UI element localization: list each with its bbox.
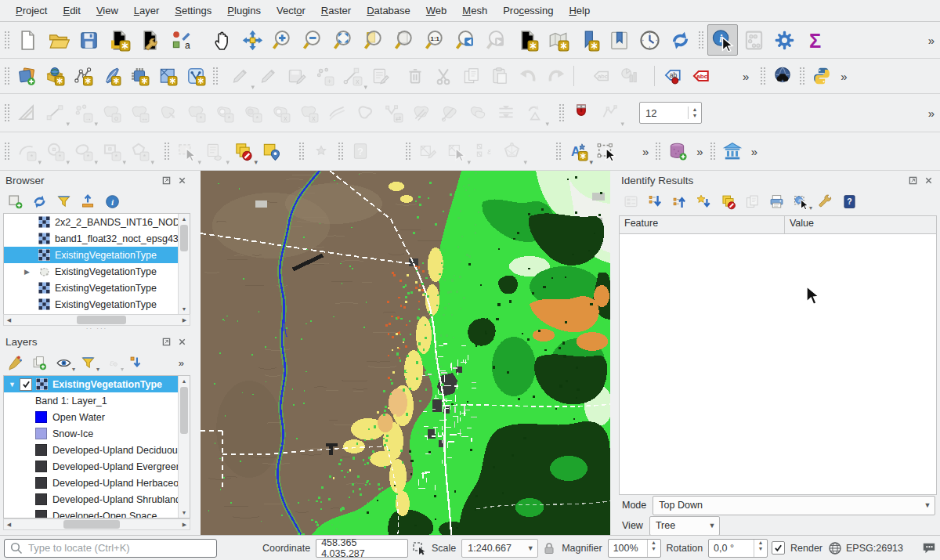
- temporal-controller-button[interactable]: [635, 25, 664, 55]
- move-feature-button[interactable]: o: [98, 99, 125, 126]
- filter-by-expression-button[interactable]: ε▾: [103, 354, 121, 373]
- pan-map-button[interactable]: [208, 25, 237, 55]
- current-edits-button[interactable]: ▾: [226, 63, 253, 89]
- labeling-options-button[interactable]: abc: [588, 63, 614, 89]
- legend-item[interactable]: Open Water: [4, 409, 190, 425]
- magnifier-spinbox[interactable]: 100% ▲▼: [608, 539, 661, 558]
- zoom-last-button[interactable]: [452, 25, 481, 55]
- toolbar-drag-handle[interactable]: [405, 142, 411, 161]
- rotation-spinbox[interactable]: 0,0 ° ▲▼: [708, 539, 768, 558]
- highlight-pinned-labels-button[interactable]: ab: [659, 63, 685, 89]
- data-source-manager-button[interactable]: [13, 63, 40, 89]
- browser-float-button[interactable]: [160, 175, 172, 186]
- toolbar-drag-handle[interactable]: [164, 142, 170, 161]
- rotate-point-symbols-button[interactable]: ▾: [521, 99, 548, 126]
- clear-results-button[interactable]: [718, 193, 737, 211]
- snapping-toggle-button[interactable]: [568, 99, 595, 126]
- zoom-to-layer-button[interactable]: [391, 25, 420, 55]
- expander-icon[interactable]: ▼: [9, 381, 18, 388]
- toolbar-drag-handle[interactable]: [212, 67, 219, 85]
- mesh-transform-button[interactable]: ε: [471, 138, 497, 164]
- menu-plugins[interactable]: Plugins: [219, 2, 269, 20]
- toolbar-overflow-button[interactable]: »: [638, 145, 653, 158]
- split-parts-button[interactable]: [408, 99, 435, 126]
- merge-features-button[interactable]: [465, 99, 491, 126]
- toolbar-drag-handle[interactable]: [698, 31, 704, 49]
- menu-view[interactable]: View: [89, 2, 126, 20]
- add-circle-button[interactable]: *▾: [42, 138, 68, 164]
- map-canvas[interactable]: [201, 171, 610, 535]
- show-statistics-button[interactable]: Σ: [801, 25, 830, 55]
- zoom-next-button[interactable]: [483, 25, 512, 55]
- browser-hscroll[interactable]: ◀▶: [3, 314, 190, 326]
- menu-web[interactable]: Web: [418, 2, 455, 20]
- locator-search-input[interactable]: Type to locate (Ctrl+K): [4, 539, 217, 558]
- add-regular-polygon-button[interactable]: *▾: [126, 138, 153, 164]
- new-mesh-layer-button[interactable]: [154, 63, 181, 89]
- toolbar-drag-handle[interactable]: [760, 67, 766, 85]
- simplify-feature-button[interactable]: *: [183, 99, 209, 126]
- expand-tree-button[interactable]: [645, 193, 664, 211]
- new-geopackage-layer-button[interactable]: [42, 63, 68, 89]
- delete-part-button[interactable]: x: [295, 99, 322, 126]
- add-ellipse-button[interactable]: *▾: [70, 138, 96, 164]
- expand-collapse-tree-button[interactable]: [127, 354, 146, 373]
- python-console-button[interactable]: [808, 63, 835, 89]
- menu-settings[interactable]: Settings: [167, 2, 219, 20]
- copy-move-feature-button[interactable]: ↔: [126, 99, 153, 126]
- annotation-select-button[interactable]: [593, 138, 620, 164]
- toolbar-overflow-button[interactable]: »: [924, 107, 938, 120]
- delete-ring-button[interactable]: x: [267, 99, 294, 126]
- topological-editing-button[interactable]: ▾: [596, 99, 623, 126]
- menu-project[interactable]: Project: [8, 2, 55, 20]
- new-spatialite-layer-button[interactable]: [98, 63, 125, 89]
- expander-icon[interactable]: ▶: [24, 268, 34, 276]
- new-print-layout-button[interactable]: [105, 25, 134, 55]
- layer-item-existing-vegetation[interactable]: ▼ExistingVegetationType: [4, 376, 190, 392]
- messages-bubble-icon[interactable]: [922, 541, 936, 555]
- tiny-plugin-button[interactable]: [308, 138, 334, 164]
- toggle-editing-button[interactable]: [255, 63, 281, 89]
- new-shapefile-layer-button[interactable]: [70, 63, 96, 89]
- render-checkbox[interactable]: [772, 541, 785, 555]
- new-vector-tile-layer-button[interactable]: [183, 63, 209, 89]
- new-project-button[interactable]: [13, 25, 42, 55]
- open-form-button[interactable]: [621, 193, 640, 211]
- split-features-button[interactable]: [436, 99, 463, 126]
- menu-raster[interactable]: Raster: [313, 2, 359, 20]
- toolbar-drag-handle[interactable]: [655, 142, 661, 161]
- menu-vector[interactable]: Vector: [269, 2, 313, 20]
- pan-to-selection-button[interactable]: [238, 25, 267, 55]
- layers-toolbar-overflow[interactable]: »: [174, 357, 188, 369]
- crs-globe-icon[interactable]: [828, 541, 842, 555]
- zoom-native-button[interactable]: 1:1: [421, 25, 450, 55]
- mode-combo[interactable]: Top Down ▼: [653, 496, 935, 515]
- browser-item[interactable]: ExistingVegetationType: [4, 280, 190, 296]
- bank-plugin-button[interactable]: [719, 138, 746, 164]
- identify-table-body[interactable]: [619, 234, 937, 495]
- toolbar-overflow-button[interactable]: »: [692, 145, 707, 158]
- toolbar-drag-handle[interactable]: [298, 142, 305, 161]
- layout-manager-button[interactable]: [136, 25, 164, 55]
- legend-item[interactable]: Developed-Open Space: [4, 508, 190, 518]
- manage-visibility-button[interactable]: ▾: [54, 354, 73, 373]
- filter-legend-button[interactable]: ▾: [78, 354, 97, 373]
- save-layer-edits-button[interactable]: [283, 63, 309, 89]
- layers-hscroll[interactable]: ◀▶: [3, 518, 190, 530]
- legend-item[interactable]: Developed-Upland Evergreen Forest: [4, 458, 190, 475]
- layers-close-button[interactable]: [175, 337, 188, 348]
- add-selected-layers-button[interactable]: [5, 193, 24, 211]
- toolbar-drag-handle[interactable]: [4, 103, 10, 122]
- cad-tools-button[interactable]: [13, 99, 40, 126]
- zoom-full-button[interactable]: [330, 25, 359, 55]
- mesh-edit-button[interactable]: ▾: [499, 138, 526, 164]
- layers-float-button[interactable]: [160, 337, 172, 348]
- processing-toolbox-button[interactable]: [770, 25, 799, 55]
- identify-feature-mode-button[interactable]: i▾: [791, 193, 810, 211]
- select-by-pin-button[interactable]: [258, 138, 284, 164]
- add-record-button[interactable]: +: [311, 63, 338, 89]
- new-map-view-button[interactable]: [513, 25, 542, 55]
- new-3d-map-view-button[interactable]: [544, 25, 573, 55]
- browser-item[interactable]: band1_float32_noct_epsg4326: [4, 230, 190, 247]
- paste-features-button[interactable]: [486, 63, 513, 89]
